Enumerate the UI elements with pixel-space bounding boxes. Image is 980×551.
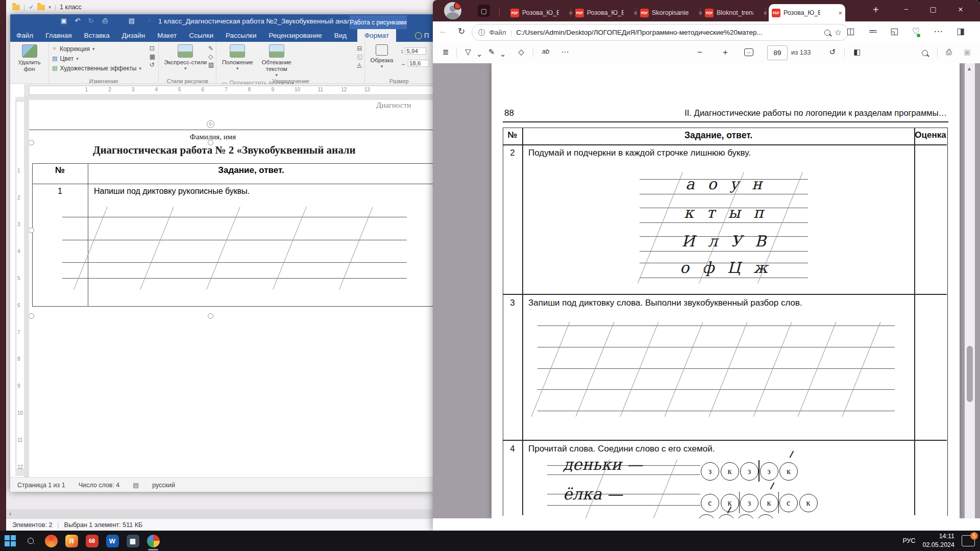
zoom-icon[interactable] xyxy=(824,30,830,36)
undo-icon[interactable]: ↶ xyxy=(72,17,83,24)
qat-dropdown-icon[interactable]: ▾ xyxy=(48,5,51,10)
selection-handle[interactable] xyxy=(29,313,34,319)
quick-styles-button[interactable]: Экспресс-стили▾ xyxy=(162,44,209,72)
change-picture-icon[interactable]: ▦ xyxy=(150,53,155,60)
collections-icon[interactable]: ≕ xyxy=(867,26,879,37)
tab-7[interactable]: Рецензирование xyxy=(263,29,328,42)
split-screen-icon[interactable]: ◫ xyxy=(844,26,856,37)
language-status[interactable]: русский xyxy=(152,482,175,489)
rotate-page-icon[interactable]: ↺ xyxy=(827,47,838,57)
tab-0[interactable]: Файл xyxy=(10,29,39,42)
browser-tab-4[interactable]: PDFРозова_Ю_Е_Ко× xyxy=(769,4,845,21)
page-view-icon[interactable]: ◧ xyxy=(851,47,863,57)
pdf-page[interactable]: 88 II. Диагностические работы по логопед… xyxy=(492,63,960,518)
crop-button[interactable]: Обрезка▾ xyxy=(368,44,395,70)
tab-close-icon[interactable]: × xyxy=(838,9,842,17)
rotate-objects-icon[interactable]: ◬ xyxy=(357,61,362,68)
compress-picture-icon[interactable]: ⊡ xyxy=(150,45,155,52)
duplicate-tab-icon[interactable]: ◱ xyxy=(888,26,900,37)
selection-handle[interactable] xyxy=(29,228,34,233)
notification-center-icon[interactable]: 5 xyxy=(962,535,975,546)
selection-handle[interactable] xyxy=(29,140,34,145)
taskbar-search-icon[interactable] xyxy=(20,531,41,551)
zoom-out-icon[interactable]: − xyxy=(694,47,705,58)
scrollbar-thumb[interactable] xyxy=(967,346,973,402)
rotate-handle[interactable]: ↻ xyxy=(207,120,214,128)
minimize-button[interactable]: − xyxy=(900,5,912,13)
proofing-icon[interactable]: ▤ xyxy=(133,481,139,489)
url-text[interactable]: C:/Users/Admin/Desktop/ЛОГОПЕДиЯ/Програм… xyxy=(516,29,820,36)
explorer-horizontal-scrollbar[interactable]: ‹ xyxy=(6,509,436,518)
maximize-button[interactable]: ▢ xyxy=(927,5,939,13)
pdf-more-icon[interactable]: ⋯ xyxy=(559,47,571,57)
tab-6[interactable]: Рассылки xyxy=(219,29,263,42)
bookmark-star-icon[interactable]: ☆ xyxy=(835,28,842,37)
page-count[interactable]: Страница 1 из 1 xyxy=(17,482,65,489)
language-indicator[interactable]: РУС xyxy=(902,537,915,544)
info-icon[interactable]: ⓘ xyxy=(478,28,485,37)
wrap-text-button[interactable]: Обтекание текстом▾ xyxy=(258,44,296,79)
taskbar-app-yandex[interactable]: Я xyxy=(61,531,82,551)
draw-pen-icon[interactable]: ✎ xyxy=(486,47,497,57)
vertical-ruler[interactable]: 123456789101112 xyxy=(15,97,24,476)
artistic-effects-button[interactable]: ▧Художественные эффекты▾ xyxy=(52,63,155,73)
height-field[interactable]: 5,94 xyxy=(405,47,426,55)
quick-print-icon[interactable]: ⎙ xyxy=(100,17,110,25)
taskbar-app-word[interactable]: W xyxy=(102,531,122,551)
word-page[interactable]: Диагности ↻ Фамилия, имя Диагностическая… xyxy=(29,100,433,477)
tab-3[interactable]: Дизайн xyxy=(116,29,151,42)
tab-5[interactable]: Ссылки xyxy=(183,29,219,42)
tab-4[interactable]: Макет xyxy=(151,29,183,42)
picture-border-icon[interactable]: ✎ xyxy=(208,45,214,52)
browser-tab-3[interactable]: PDFBloknot_trenazh× xyxy=(702,4,770,21)
tab-1[interactable]: Главная xyxy=(39,29,78,42)
picture-layout-icon[interactable]: ▧ xyxy=(208,61,214,68)
scroll-left-icon[interactable]: ‹ xyxy=(9,510,11,517)
qat-customize-icon[interactable]: ▾ xyxy=(144,18,154,23)
workspaces-button[interactable]: ▢ xyxy=(478,5,490,17)
toc-icon[interactable]: ≣ xyxy=(440,47,451,57)
zoom-in-icon[interactable]: + xyxy=(720,47,731,58)
taskbar-app-grid[interactable]: ▦ xyxy=(122,531,143,551)
tab-8[interactable]: Вид xyxy=(328,29,353,42)
back-icon[interactable]: ← xyxy=(437,26,449,36)
pen-dropdown-icon[interactable]: ⌄ xyxy=(497,49,508,59)
more-menu-icon[interactable]: ⋯ xyxy=(932,26,944,37)
scroll-up-icon[interactable]: ▲ xyxy=(967,66,972,71)
profile-avatar[interactable] xyxy=(444,2,461,19)
picture-effects-icon[interactable]: ◇ xyxy=(208,53,214,60)
redo-icon[interactable]: ↻ xyxy=(86,17,96,24)
fit-width-icon[interactable]: ↔ xyxy=(744,48,753,56)
browser-tab-2[interactable]: PDFSkoropisanie_Sh× xyxy=(637,4,705,21)
highlighter-dropdown-icon[interactable]: ⌄ xyxy=(474,49,485,59)
tab-2[interactable]: Вставка xyxy=(78,29,116,42)
browser-tab-0[interactable]: PDFРозова_Ю_Е_Ко× xyxy=(507,4,576,21)
reset-picture-icon[interactable]: ↺ xyxy=(150,61,155,68)
pdf-save-icon[interactable]: ▣ xyxy=(962,47,973,57)
taskbar-app-active-browser[interactable] xyxy=(143,531,163,551)
highlighter-icon[interactable]: ▽ xyxy=(462,47,474,57)
sidebar-toggle-icon[interactable]: ◨ xyxy=(954,26,967,37)
pdf-vertical-scrollbar[interactable]: ▲ xyxy=(965,63,975,518)
tell-me-button[interactable]: П xyxy=(415,29,429,42)
new-tab-button[interactable]: + xyxy=(873,4,879,16)
checkmark-icon[interactable]: ✓ xyxy=(29,4,34,11)
browser-tab-1[interactable]: PDFРозова_Ю_Е_Ко× xyxy=(572,4,641,21)
taskbar-app-browser[interactable] xyxy=(41,531,61,551)
word-count[interactable]: Число слов: 4 xyxy=(79,482,120,489)
reload-icon[interactable]: ↻ xyxy=(455,26,468,37)
horizontal-ruler[interactable]: 12345678910111213 xyxy=(24,84,433,95)
remove-background-button[interactable]: Удалить фон xyxy=(13,44,45,73)
selection-handle[interactable] xyxy=(208,140,213,145)
pdf-search-icon[interactable] xyxy=(922,49,928,58)
color-button[interactable]: ▨Цвет▾ xyxy=(52,54,155,63)
close-button[interactable]: × xyxy=(954,5,967,14)
correction-button[interactable]: ☀Коррекция▾ xyxy=(52,44,155,54)
print-preview-icon[interactable]: ▤ xyxy=(127,17,137,24)
pdf-print-icon[interactable]: ⎙ xyxy=(943,47,954,57)
start-button[interactable] xyxy=(0,531,20,551)
width-field[interactable]: 18,6 xyxy=(408,60,429,67)
position-button[interactable]: Положение▾ xyxy=(219,44,255,72)
tab-format[interactable]: Формат xyxy=(357,29,396,42)
group-icon[interactable]: ◱ xyxy=(357,53,362,60)
